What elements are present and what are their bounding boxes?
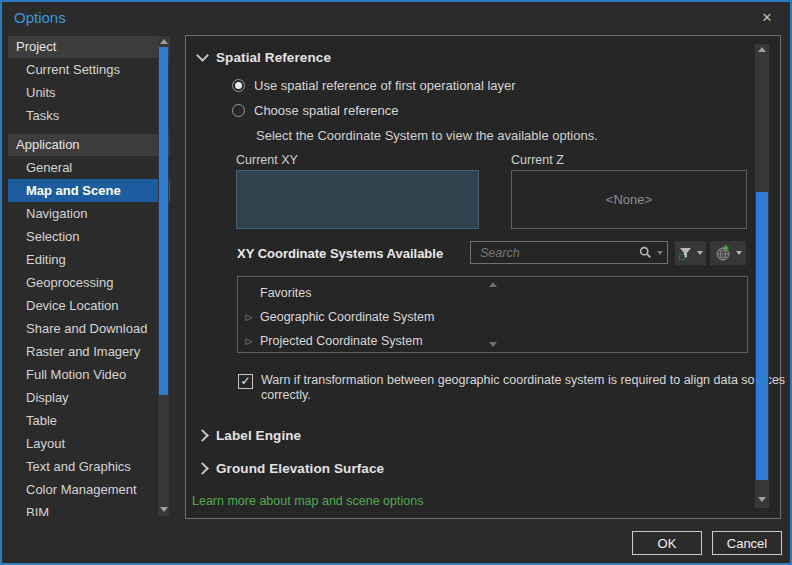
sidebar-header-application: Application [8, 134, 170, 156]
section-title: Ground Elevation Surface [216, 461, 384, 476]
add-system-caret-icon[interactable] [736, 251, 742, 255]
section-title: Spatial Reference [216, 50, 331, 65]
sidebar-scrollbar[interactable] [158, 36, 169, 516]
list-scroll-down-icon[interactable] [489, 342, 497, 347]
coordinate-system-hint: Select the Coordinate System to view the… [256, 128, 598, 143]
xy-systems-available-label: XY Coordinate Systems Available [237, 246, 443, 261]
current-z-value: <None> [606, 192, 652, 207]
section-title: Label Engine [216, 428, 301, 443]
warn-transformation-checkbox-row[interactable]: ✓ Warn if transformation between geograp… [238, 373, 792, 403]
ok-button[interactable]: OK [632, 531, 702, 555]
content-scrollbar[interactable] [755, 44, 769, 508]
chevron-right-icon [196, 429, 209, 442]
search-options-caret-icon[interactable] [657, 251, 663, 255]
sidebar-item-text-and-graphics[interactable]: Text and Graphics [8, 455, 170, 478]
checkbox-label: Warn if transformation between geographi… [261, 373, 792, 403]
sidebar-header-project: Project [8, 36, 170, 58]
sidebar-item-display[interactable]: Display [8, 386, 170, 409]
options-dialog: Options ✕ Project Current Settings Units… [0, 0, 792, 565]
list-item-label: Projected Coordinate System [260, 334, 423, 348]
sidebar: Project Current Settings Units Tasks App… [8, 36, 170, 516]
chevron-right-icon [196, 462, 209, 475]
scroll-up-icon[interactable] [755, 46, 769, 55]
list-item-label: Geographic Coordinate System [260, 310, 434, 324]
sidebar-group-gap [8, 127, 170, 134]
titlebar: Options ✕ [2, 2, 790, 34]
add-coordinate-system-button[interactable] [710, 241, 746, 265]
current-z-value-box[interactable]: <None> [511, 170, 747, 229]
current-xy-label: Current XY [236, 153, 298, 167]
filter-caret-icon[interactable] [697, 251, 703, 255]
section-ground-elevation-surface[interactable]: Ground Elevation Surface [198, 461, 384, 476]
current-z-label: Current Z [511, 153, 564, 167]
sidebar-item-units[interactable]: Units [8, 81, 170, 104]
sidebar-item-layout[interactable]: Layout [8, 432, 170, 455]
sidebar-item-color-management[interactable]: Color Management [8, 478, 170, 501]
sidebar-item-raster-and-imagery[interactable]: Raster and Imagery [8, 340, 170, 363]
sidebar-item-navigation[interactable]: Navigation [8, 202, 170, 225]
checkbox-checked-icon[interactable]: ✓ [238, 374, 253, 389]
sidebar-item-device-location[interactable]: Device Location [8, 294, 170, 317]
search-input[interactable] [478, 245, 639, 261]
scroll-up-icon[interactable] [158, 38, 169, 46]
sidebar-item-map-and-scene[interactable]: Map and Scene [8, 179, 170, 202]
scroll-down-icon[interactable] [158, 505, 169, 513]
radio-use-first-layer[interactable]: Use spatial reference of first operation… [232, 78, 516, 93]
sidebar-item-general[interactable]: General [8, 156, 170, 179]
radio-unselected-icon[interactable] [232, 104, 245, 117]
list-item-geographic-coordinate-system[interactable]: ▷ Geographic Coordinate System [238, 305, 747, 329]
radio-label: Choose spatial reference [254, 103, 399, 118]
sidebar-item-geoprocessing[interactable]: Geoprocessing [8, 271, 170, 294]
list-item-label: Favorites [260, 286, 311, 300]
sidebar-item-tasks[interactable]: Tasks [8, 104, 170, 127]
close-icon[interactable]: ✕ [758, 9, 776, 27]
sidebar-item-share-and-download[interactable]: Share and Download [8, 317, 170, 340]
radio-label: Use spatial reference of first operation… [254, 78, 516, 93]
coordinate-systems-list: Favorites ▷ Geographic Coordinate System… [237, 276, 748, 353]
radio-choose-spatial-reference[interactable]: Choose spatial reference [232, 103, 399, 118]
add-coordinate-system-icon [715, 245, 732, 262]
learn-more-link[interactable]: Learn more about map and scene options [192, 494, 423, 508]
section-label-engine[interactable]: Label Engine [198, 428, 301, 443]
sidebar-item-full-motion-video[interactable]: Full Motion Video [8, 363, 170, 386]
radio-selected-icon[interactable] [232, 79, 245, 92]
section-spatial-reference[interactable]: Spatial Reference [198, 50, 331, 65]
cancel-button[interactable]: Cancel [712, 531, 782, 555]
content-scrollbar-thumb[interactable] [756, 192, 768, 480]
filter-coordinate-systems-button[interactable] [675, 241, 706, 265]
dialog-title: Options [14, 9, 66, 26]
sidebar-item-table[interactable]: Table [8, 409, 170, 432]
sidebar-item-bim[interactable]: BIM [8, 501, 170, 516]
sidebar-item-current-settings[interactable]: Current Settings [8, 58, 170, 81]
options-content-panel: Spatial Reference Use spatial reference … [185, 35, 781, 519]
list-item-projected-coordinate-system[interactable]: ▷ Projected Coordinate System [238, 329, 747, 353]
current-xy-value-box[interactable] [236, 170, 479, 229]
search-icon [639, 246, 652, 259]
tree-expand-icon[interactable]: ▷ [238, 312, 260, 322]
scroll-down-icon[interactable] [755, 495, 769, 504]
chevron-down-icon [196, 49, 209, 62]
sidebar-item-editing[interactable]: Editing [8, 248, 170, 271]
search-box[interactable] [470, 241, 668, 264]
filter-icon [678, 246, 693, 261]
tree-expand-icon[interactable]: ▷ [238, 336, 260, 346]
sidebar-scrollbar-thumb[interactable] [159, 47, 168, 395]
sidebar-item-selection[interactable]: Selection [8, 225, 170, 248]
list-scroll-up-icon[interactable] [489, 282, 497, 287]
